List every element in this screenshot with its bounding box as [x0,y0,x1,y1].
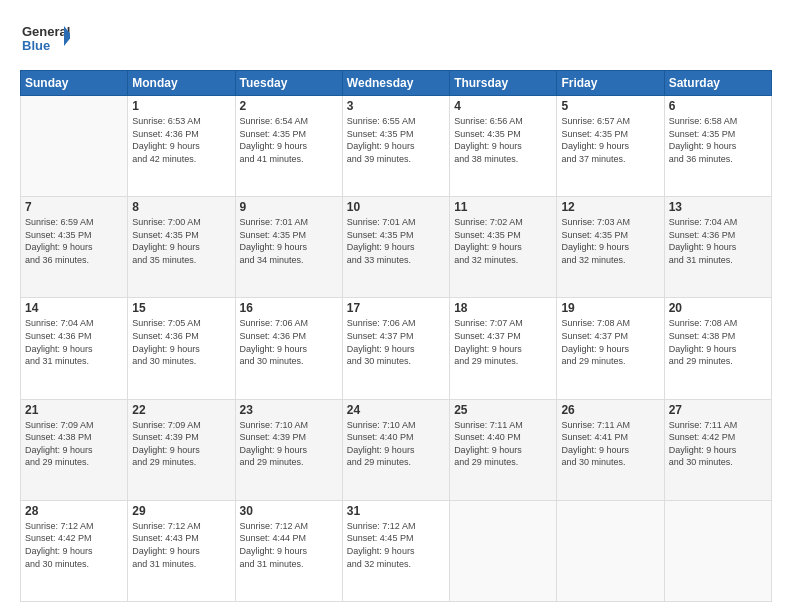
day-info: Sunrise: 7:09 AM Sunset: 4:39 PM Dayligh… [132,419,230,469]
day-number: 12 [561,200,659,214]
day-number: 5 [561,99,659,113]
day-number: 18 [454,301,552,315]
calendar-day-cell: 31Sunrise: 7:12 AM Sunset: 4:45 PM Dayli… [342,500,449,601]
day-number: 13 [669,200,767,214]
calendar-day-header: Sunday [21,71,128,96]
day-number: 20 [669,301,767,315]
day-info: Sunrise: 7:09 AM Sunset: 4:38 PM Dayligh… [25,419,123,469]
day-info: Sunrise: 6:53 AM Sunset: 4:36 PM Dayligh… [132,115,230,165]
day-info: Sunrise: 7:04 AM Sunset: 4:36 PM Dayligh… [25,317,123,367]
header: General Blue [20,18,772,60]
day-info: Sunrise: 6:57 AM Sunset: 4:35 PM Dayligh… [561,115,659,165]
calendar-week-row: 28Sunrise: 7:12 AM Sunset: 4:42 PM Dayli… [21,500,772,601]
day-number: 8 [132,200,230,214]
calendar-day-header: Thursday [450,71,557,96]
calendar-day-cell: 8Sunrise: 7:00 AM Sunset: 4:35 PM Daylig… [128,197,235,298]
day-number: 16 [240,301,338,315]
calendar-day-cell: 21Sunrise: 7:09 AM Sunset: 4:38 PM Dayli… [21,399,128,500]
svg-text:Blue: Blue [22,38,50,53]
day-number: 6 [669,99,767,113]
day-info: Sunrise: 7:01 AM Sunset: 4:35 PM Dayligh… [347,216,445,266]
calendar-day-cell: 19Sunrise: 7:08 AM Sunset: 4:37 PM Dayli… [557,298,664,399]
calendar-day-cell: 20Sunrise: 7:08 AM Sunset: 4:38 PM Dayli… [664,298,771,399]
day-info: Sunrise: 7:12 AM Sunset: 4:44 PM Dayligh… [240,520,338,570]
calendar-day-header: Saturday [664,71,771,96]
day-info: Sunrise: 7:11 AM Sunset: 4:42 PM Dayligh… [669,419,767,469]
day-number: 14 [25,301,123,315]
calendar-day-cell [21,96,128,197]
calendar-day-cell [664,500,771,601]
calendar-day-cell: 14Sunrise: 7:04 AM Sunset: 4:36 PM Dayli… [21,298,128,399]
calendar-day-cell: 25Sunrise: 7:11 AM Sunset: 4:40 PM Dayli… [450,399,557,500]
calendar-day-header: Wednesday [342,71,449,96]
calendar-day-header: Monday [128,71,235,96]
day-info: Sunrise: 6:59 AM Sunset: 4:35 PM Dayligh… [25,216,123,266]
day-info: Sunrise: 7:12 AM Sunset: 4:45 PM Dayligh… [347,520,445,570]
calendar-day-cell: 22Sunrise: 7:09 AM Sunset: 4:39 PM Dayli… [128,399,235,500]
calendar-day-cell: 3Sunrise: 6:55 AM Sunset: 4:35 PM Daylig… [342,96,449,197]
calendar-day-cell: 16Sunrise: 7:06 AM Sunset: 4:36 PM Dayli… [235,298,342,399]
svg-text:General: General [22,24,70,39]
day-info: Sunrise: 7:06 AM Sunset: 4:37 PM Dayligh… [347,317,445,367]
day-number: 28 [25,504,123,518]
day-number: 10 [347,200,445,214]
calendar-day-cell: 17Sunrise: 7:06 AM Sunset: 4:37 PM Dayli… [342,298,449,399]
calendar-day-cell: 24Sunrise: 7:10 AM Sunset: 4:40 PM Dayli… [342,399,449,500]
day-number: 26 [561,403,659,417]
day-number: 15 [132,301,230,315]
calendar-day-cell: 4Sunrise: 6:56 AM Sunset: 4:35 PM Daylig… [450,96,557,197]
calendar-week-row: 14Sunrise: 7:04 AM Sunset: 4:36 PM Dayli… [21,298,772,399]
day-number: 11 [454,200,552,214]
day-number: 25 [454,403,552,417]
logo-svg: General Blue [20,18,70,60]
day-info: Sunrise: 7:12 AM Sunset: 4:43 PM Dayligh… [132,520,230,570]
calendar-week-row: 1Sunrise: 6:53 AM Sunset: 4:36 PM Daylig… [21,96,772,197]
day-info: Sunrise: 7:08 AM Sunset: 4:37 PM Dayligh… [561,317,659,367]
calendar-day-cell: 18Sunrise: 7:07 AM Sunset: 4:37 PM Dayli… [450,298,557,399]
calendar-day-cell [557,500,664,601]
calendar-day-cell: 30Sunrise: 7:12 AM Sunset: 4:44 PM Dayli… [235,500,342,601]
calendar-header-row: SundayMondayTuesdayWednesdayThursdayFrid… [21,71,772,96]
day-info: Sunrise: 7:04 AM Sunset: 4:36 PM Dayligh… [669,216,767,266]
logo: General Blue [20,18,70,60]
calendar-day-cell: 7Sunrise: 6:59 AM Sunset: 4:35 PM Daylig… [21,197,128,298]
calendar-day-cell: 29Sunrise: 7:12 AM Sunset: 4:43 PM Dayli… [128,500,235,601]
calendar-day-cell: 6Sunrise: 6:58 AM Sunset: 4:35 PM Daylig… [664,96,771,197]
calendar-day-header: Tuesday [235,71,342,96]
day-info: Sunrise: 7:07 AM Sunset: 4:37 PM Dayligh… [454,317,552,367]
day-number: 24 [347,403,445,417]
day-number: 4 [454,99,552,113]
day-info: Sunrise: 7:01 AM Sunset: 4:35 PM Dayligh… [240,216,338,266]
day-number: 21 [25,403,123,417]
calendar-day-cell: 12Sunrise: 7:03 AM Sunset: 4:35 PM Dayli… [557,197,664,298]
day-info: Sunrise: 7:10 AM Sunset: 4:39 PM Dayligh… [240,419,338,469]
day-number: 31 [347,504,445,518]
calendar-day-header: Friday [557,71,664,96]
calendar-day-cell: 28Sunrise: 7:12 AM Sunset: 4:42 PM Dayli… [21,500,128,601]
day-info: Sunrise: 7:11 AM Sunset: 4:41 PM Dayligh… [561,419,659,469]
calendar-week-row: 7Sunrise: 6:59 AM Sunset: 4:35 PM Daylig… [21,197,772,298]
day-info: Sunrise: 6:54 AM Sunset: 4:35 PM Dayligh… [240,115,338,165]
day-number: 29 [132,504,230,518]
day-info: Sunrise: 7:03 AM Sunset: 4:35 PM Dayligh… [561,216,659,266]
calendar-day-cell: 26Sunrise: 7:11 AM Sunset: 4:41 PM Dayli… [557,399,664,500]
day-info: Sunrise: 7:08 AM Sunset: 4:38 PM Dayligh… [669,317,767,367]
calendar-day-cell: 11Sunrise: 7:02 AM Sunset: 4:35 PM Dayli… [450,197,557,298]
day-info: Sunrise: 7:05 AM Sunset: 4:36 PM Dayligh… [132,317,230,367]
day-info: Sunrise: 7:10 AM Sunset: 4:40 PM Dayligh… [347,419,445,469]
day-number: 30 [240,504,338,518]
calendar-week-row: 21Sunrise: 7:09 AM Sunset: 4:38 PM Dayli… [21,399,772,500]
calendar-day-cell: 13Sunrise: 7:04 AM Sunset: 4:36 PM Dayli… [664,197,771,298]
day-number: 3 [347,99,445,113]
day-number: 7 [25,200,123,214]
day-info: Sunrise: 7:06 AM Sunset: 4:36 PM Dayligh… [240,317,338,367]
day-number: 9 [240,200,338,214]
day-info: Sunrise: 7:00 AM Sunset: 4:35 PM Dayligh… [132,216,230,266]
day-number: 2 [240,99,338,113]
page: General Blue SundayMondayTuesdayWednesda… [0,0,792,612]
day-info: Sunrise: 7:12 AM Sunset: 4:42 PM Dayligh… [25,520,123,570]
calendar-day-cell: 23Sunrise: 7:10 AM Sunset: 4:39 PM Dayli… [235,399,342,500]
day-info: Sunrise: 7:02 AM Sunset: 4:35 PM Dayligh… [454,216,552,266]
calendar-table: SundayMondayTuesdayWednesdayThursdayFrid… [20,70,772,602]
day-number: 23 [240,403,338,417]
